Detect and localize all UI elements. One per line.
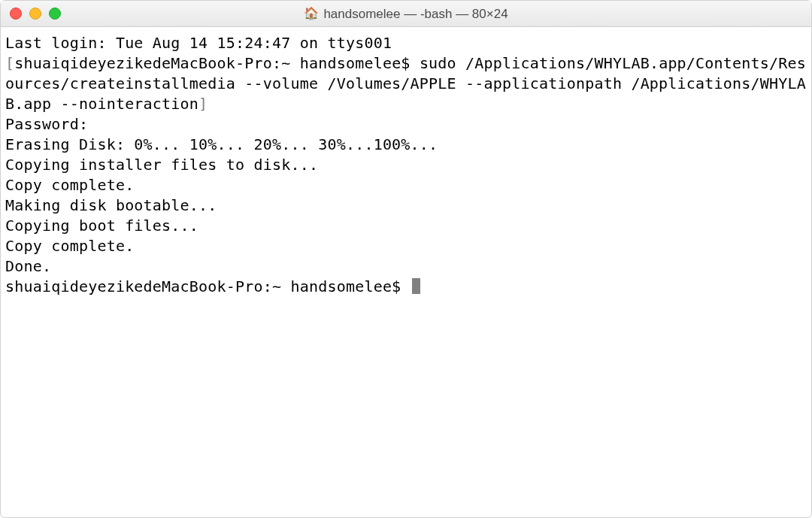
cursor-icon — [412, 278, 420, 294]
titlebar[interactable]: 🏠 handsomelee — -bash — 80×24 — [1, 1, 811, 27]
output-line: Copy complete. — [5, 176, 134, 194]
terminal-body[interactable]: Last login: Tue Aug 14 15:24:47 on ttys0… — [1, 27, 811, 517]
password-prompt: Password: — [5, 115, 88, 133]
minimize-icon[interactable] — [29, 8, 41, 20]
output-line: Copying installer files to disk... — [5, 156, 318, 174]
output-line: Making disk bootable... — [5, 196, 217, 214]
home-icon: 🏠 — [304, 8, 319, 20]
prompt-open-bracket: [ — [5, 54, 14, 72]
output-line: Done. — [5, 257, 51, 275]
traffic-lights — [10, 8, 61, 20]
output-line: Copy complete. — [5, 237, 134, 255]
window-title: 🏠 handsomelee — -bash — 80×24 — [304, 4, 508, 24]
last-login-line: Last login: Tue Aug 14 15:24:47 on ttys0… — [5, 34, 392, 52]
close-icon[interactable] — [10, 8, 22, 20]
output-line: Copying boot files... — [5, 217, 198, 235]
window-title-text: handsomelee — -bash — 80×24 — [323, 4, 508, 24]
zoom-icon[interactable] — [49, 8, 61, 20]
output-line: Erasing Disk: 0%... 10%... 20%... 30%...… — [5, 135, 438, 153]
shell-prompt: shuaiqideyezikedeMacBook-Pro:~ handsomel… — [14, 54, 410, 72]
shell-prompt: shuaiqideyezikedeMacBook-Pro:~ handsomel… — [5, 277, 401, 295]
terminal-window: 🏠 handsomelee — -bash — 80×24 Last login… — [0, 0, 812, 518]
prompt-close-bracket: ] — [198, 95, 208, 113]
